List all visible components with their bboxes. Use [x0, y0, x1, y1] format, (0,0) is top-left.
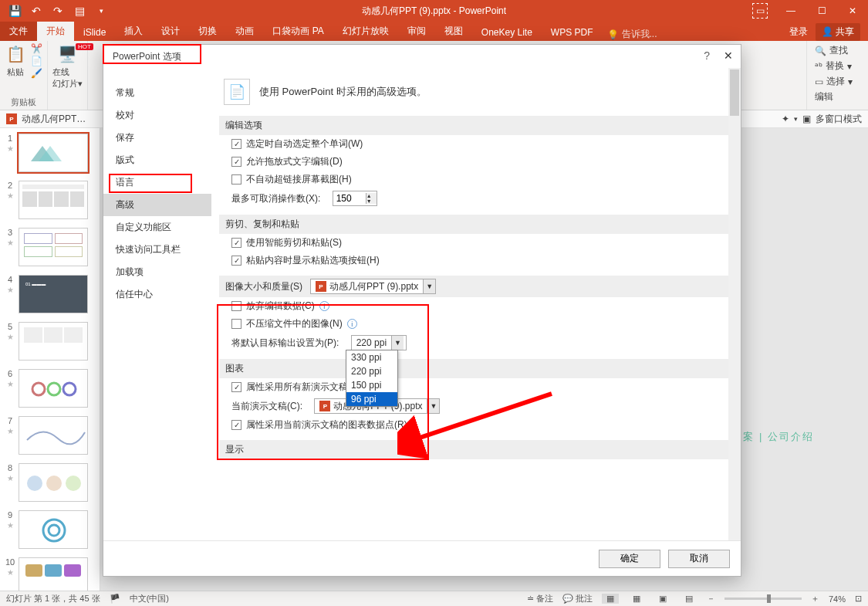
side-cust-ribbon[interactable]: 自定义功能区	[103, 216, 211, 239]
effect-options-icon[interactable]: ✦	[782, 113, 789, 124]
tab-home[interactable]: 开始	[37, 22, 74, 41]
language-status[interactable]: 中文(中国)	[130, 593, 169, 604]
undo-count-input[interactable]	[333, 193, 366, 204]
side-qat[interactable]: 快速访问工具栏	[103, 239, 211, 261]
cb-show-paste-options[interactable]	[231, 256, 241, 266]
zoom-in-icon[interactable]: ＋	[811, 593, 819, 604]
save-icon[interactable]: 💾	[8, 4, 22, 18]
thumb-5[interactable]	[19, 322, 88, 361]
tab-transition[interactable]: 切换	[189, 22, 226, 41]
cut-icon[interactable]: ✂️	[31, 43, 42, 54]
thumb-2[interactable]	[19, 181, 88, 219]
maximize-icon[interactable]: ☐	[806, 0, 837, 22]
effect-options-dd[interactable]: ▾	[794, 115, 798, 123]
tab-animation[interactable]: 动画	[226, 22, 263, 41]
current-pres-label: 当前演示文稿(C):	[231, 400, 302, 413]
ppi-option-96[interactable]: 96 ppi	[346, 392, 397, 406]
slide-thumbnails[interactable]: 1★ 2★ 3★ 4★01 ▬▬▬ 5★ 6★ 7★ 8★ 9★ 10★	[0, 128, 100, 591]
cancel-button[interactable]: 取消	[668, 550, 730, 568]
ribbon-options-icon[interactable]: ▭	[745, 0, 775, 22]
tab-pocket[interactable]: 口袋动画 PA	[263, 22, 333, 41]
sorter-view-icon[interactable]: ▦	[628, 594, 645, 604]
thumb-3[interactable]	[19, 228, 88, 266]
multi-window-button[interactable]: 多窗口模式	[816, 113, 862, 126]
help-icon[interactable]: ?	[704, 49, 710, 62]
cb-chart-props-new[interactable]	[231, 382, 241, 392]
image-target-file-combo[interactable]: P动感几何PPT (9).pptx ▼	[310, 279, 436, 294]
ppi-option-330[interactable]: 330 ppi	[346, 350, 397, 364]
thumb-8[interactable]	[19, 463, 88, 502]
normal-view-icon[interactable]: ▦	[602, 594, 619, 604]
thumb-7[interactable]	[19, 416, 88, 455]
thumb-9[interactable]	[19, 510, 88, 549]
tab-insert[interactable]: 插入	[115, 22, 152, 41]
side-style[interactable]: 版式	[103, 149, 211, 171]
paste-button[interactable]: 📋 粘贴	[5, 43, 26, 78]
undo-count-spinner[interactable]: ▲▼	[333, 191, 377, 206]
close-icon[interactable]: ✕	[837, 0, 868, 22]
reading-view-icon[interactable]: ▣	[654, 594, 671, 604]
ppi-label: 将默认目标输出设置为(P):	[231, 337, 339, 350]
find-button[interactable]: 🔍查找	[815, 44, 860, 57]
comments-button[interactable]: 💬 批注	[562, 593, 593, 604]
tab-slideshow[interactable]: 幻灯片放映	[333, 22, 398, 41]
side-trust[interactable]: 信任中心	[103, 283, 211, 306]
tab-design[interactable]: 设计	[152, 22, 189, 41]
tab-file[interactable]: 文件	[0, 22, 37, 41]
side-general[interactable]: 常规	[103, 82, 211, 104]
select-button[interactable]: ▭选择 ▾	[815, 75, 860, 88]
undo-icon[interactable]: ↶	[29, 4, 43, 18]
minimize-icon[interactable]: ―	[775, 0, 806, 22]
cb-no-auto-hyperlink[interactable]	[231, 174, 241, 185]
online-slides-button[interactable]: 🖥️ 在线 幻灯片▾	[52, 43, 83, 90]
start-slideshow-icon[interactable]: ▤	[73, 4, 86, 18]
ppi-combo[interactable]: 220 ppi ▼	[351, 335, 407, 350]
tab-review[interactable]: 审阅	[398, 22, 435, 41]
redo-icon[interactable]: ↷	[51, 4, 65, 18]
cb-smart-cutpaste[interactable]	[231, 238, 241, 248]
tab-islide[interactable]: iSlide	[74, 24, 115, 41]
copy-icon[interactable]: 📄	[31, 56, 42, 66]
tab-view[interactable]: 视图	[435, 22, 472, 41]
ppt-file-icon: P	[6, 113, 17, 124]
spellcheck-icon[interactable]: 🏴	[110, 594, 120, 604]
tab-onekey[interactable]: OneKey Lite	[472, 24, 542, 41]
formatpainter-icon[interactable]: 🖌️	[31, 68, 42, 79]
side-proof[interactable]: 校对	[103, 104, 211, 127]
side-save[interactable]: 保存	[103, 127, 211, 149]
notes-button[interactable]: ≐ 备注	[527, 593, 553, 604]
cb-chart-props-current[interactable]	[231, 420, 241, 430]
dialog-title: PowerPoint 选项	[113, 50, 181, 63]
ppi-option-220[interactable]: 220 ppi	[346, 364, 397, 378]
ppt-file-icon: P	[319, 401, 330, 411]
share-button[interactable]: 👤 共享	[816, 23, 860, 41]
slideshow-view-icon[interactable]: ▤	[681, 594, 697, 604]
thumb-6[interactable]	[19, 369, 88, 408]
tab-wpspdf[interactable]: WPS PDF	[542, 24, 603, 41]
info-icon[interactable]: i	[347, 319, 357, 329]
cb-no-compress-images[interactable]	[231, 319, 241, 329]
dialog-scrollbar[interactable]	[728, 68, 741, 540]
zoom-slider[interactable]	[724, 598, 802, 600]
login-link[interactable]: 登录	[789, 25, 808, 39]
qat-more-icon[interactable]: ▾	[94, 4, 108, 18]
info-icon[interactable]: i	[319, 301, 329, 311]
cb-select-whole-word[interactable]	[231, 139, 241, 149]
thumb-4[interactable]: 01 ▬▬▬	[19, 275, 88, 313]
ppi-option-150[interactable]: 150 ppi	[346, 378, 397, 392]
cb-discard-edit-data[interactable]	[231, 301, 241, 311]
cb-dragdrop-edit[interactable]	[231, 157, 241, 167]
zoom-level[interactable]: 74%	[829, 594, 846, 604]
replace-button[interactable]: ᵃᵇ替换 ▾	[815, 59, 860, 73]
fit-window-icon[interactable]: ⊡	[855, 594, 862, 604]
open-file-tab[interactable]: 动感几何PPT…	[22, 113, 86, 126]
tellme-search[interactable]: 💡告诉我...	[607, 28, 657, 41]
ok-button[interactable]: 确定	[599, 550, 660, 568]
side-addin[interactable]: 加载项	[103, 261, 211, 283]
side-advanced[interactable]: 高级	[103, 194, 211, 216]
thumb-10[interactable]	[19, 557, 88, 591]
thumb-1[interactable]	[19, 134, 88, 172]
dialog-close-icon[interactable]: ✕	[724, 49, 733, 62]
side-lang[interactable]: 语言	[103, 171, 211, 194]
zoom-out-icon[interactable]: －	[707, 593, 715, 604]
